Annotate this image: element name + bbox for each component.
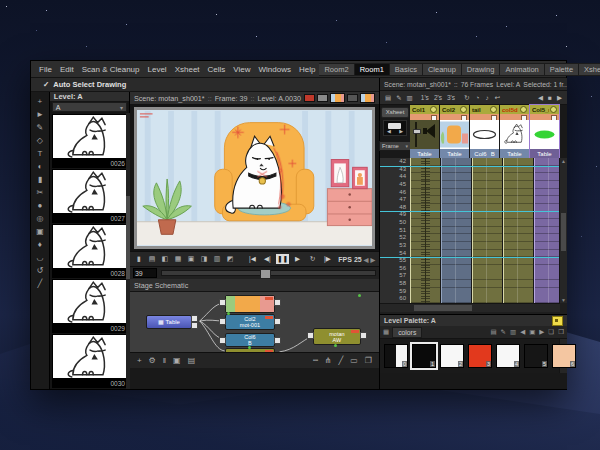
volume-slider[interactable]	[415, 122, 417, 147]
color-swatch[interactable]: 6	[552, 344, 576, 368]
palette-tool-icon[interactable]: ❐	[558, 328, 564, 336]
color-swatch[interactable]: 3	[468, 344, 492, 368]
viewer-option-icon[interactable]: ◨	[199, 255, 209, 263]
tape-tool-icon[interactable]: ✂	[34, 188, 46, 198]
column-parent[interactable]: Table	[500, 149, 529, 158]
xsheet-grid[interactable]: 42434445464748495051525354555657585960 ▲…	[380, 158, 567, 303]
playback-button[interactable]: ◀|	[261, 254, 274, 264]
menu-item[interactable]: Help	[295, 65, 319, 74]
cells-col2[interactable]	[441, 158, 471, 303]
node-port[interactable]	[274, 299, 281, 306]
preview-button[interactable]	[330, 93, 345, 103]
frame-slider[interactable]	[161, 270, 376, 276]
xsheet-playback-icon[interactable]: ↩	[494, 94, 501, 102]
key-icon[interactable]	[552, 316, 563, 326]
menu-item[interactable]: Xsheet	[171, 65, 204, 74]
xsheet-column-col2[interactable]: Col2 Table	[440, 105, 469, 158]
color-swatch[interactable]: 2	[440, 344, 464, 368]
level-frame-thumbnail[interactable]: 0027	[52, 169, 128, 223]
column-name[interactable]: col5d	[502, 107, 519, 113]
menu-item[interactable]: Scan & Cleanup	[78, 65, 144, 74]
schematic-tool-icon[interactable]: ▭	[350, 356, 358, 365]
cells-col1-sound[interactable]	[410, 158, 440, 303]
current-frame-input[interactable]	[133, 268, 157, 278]
room-tab[interactable]: Basics	[390, 63, 423, 76]
magnet-tool-icon[interactable]: ◡	[34, 253, 46, 263]
schematic-tool-icon[interactable]: ╱	[338, 356, 343, 365]
menu-item[interactable]: Level	[144, 65, 171, 74]
xsheet-row-number[interactable]: 51	[380, 227, 410, 235]
room-tab[interactable]: Room1	[355, 63, 390, 76]
schematic-tool-icon[interactable]: ┉	[313, 356, 318, 365]
xsheet-row-number[interactable]: 49	[380, 211, 410, 219]
column-thumbnail[interactable]	[470, 120, 499, 149]
schematic-tool-icon[interactable]: ‖	[163, 356, 166, 365]
rgb-picker-tool-icon[interactable]: ◎	[34, 214, 46, 224]
eraser-tool-icon[interactable]: ▮	[34, 175, 46, 185]
xsheet-row-number[interactable]: 54	[380, 250, 410, 258]
menu-item[interactable]: Cells	[204, 65, 230, 74]
prev-camera-icon[interactable]: ◀	[387, 128, 391, 134]
xsheet-row-number[interactable]: 57	[380, 272, 410, 280]
palette-tool-icon[interactable]: ❏	[548, 328, 554, 336]
viewer-option-icon[interactable]: ▣	[186, 255, 196, 263]
viewer-option-icon[interactable]: ▮	[134, 255, 144, 263]
node-port[interactable]	[274, 337, 281, 344]
palette-tool-icon[interactable]: ✎	[501, 328, 506, 336]
xsheet-row-number[interactable]: 44	[380, 173, 410, 181]
xsheet-vertical-scrollbar[interactable]: ▲▼	[559, 158, 567, 303]
column-parent[interactable]: Table	[440, 149, 469, 158]
viewer-option-icon[interactable]: ▦	[173, 255, 183, 263]
menu-item[interactable]: Windows	[255, 65, 295, 74]
xsheet-column-col5m[interactable]: Col5_m Table	[530, 105, 559, 158]
xsheet-playback-icon[interactable]: ♪	[484, 94, 489, 102]
node-port[interactable]	[191, 322, 198, 329]
sub-camera-button[interactable]	[347, 94, 358, 102]
geometric-tool-icon[interactable]: ◇	[34, 136, 46, 146]
playback-button[interactable]: |▶	[321, 254, 334, 264]
xsheet-row-number[interactable]: 53	[380, 242, 410, 250]
animate-tool-icon[interactable]: +	[34, 97, 46, 107]
column-parent[interactable]: Table	[410, 149, 439, 158]
room-tab[interactable]: Animation	[500, 63, 544, 76]
palette-tool-icon[interactable]: ▤	[490, 328, 496, 336]
xsheet-nav-icon[interactable]: ◀	[537, 94, 544, 102]
xsheet-playback-icon[interactable]: ↻	[463, 94, 470, 102]
fps-increment-icon[interactable]: ▶	[370, 256, 375, 263]
level-select-dropdown[interactable]: A ▾	[52, 102, 127, 112]
xsheet-column-col5d[interactable]: col5d Table	[500, 105, 529, 158]
schematic-tool-icon[interactable]: ⚙	[149, 356, 156, 365]
node-port[interactable]	[307, 332, 314, 339]
node-port[interactable]	[274, 318, 281, 325]
room-tab[interactable]: Drawing	[462, 63, 501, 76]
color-swatch[interactable]: 1	[412, 344, 436, 368]
xsheet-horizontal-scrollbar[interactable]	[380, 303, 560, 312]
menu-item[interactable]: Edit	[56, 65, 78, 74]
eye-toggle-icon[interactable]	[430, 106, 437, 113]
eye-toggle-icon[interactable]	[520, 106, 527, 113]
menu-item[interactable]: File	[35, 65, 56, 74]
palette-view-icon[interactable]: ▦	[383, 328, 389, 336]
selection-tool-icon[interactable]: ►	[34, 110, 46, 120]
column-name[interactable]: Col5_m	[532, 107, 549, 113]
cells-col5d[interactable]	[503, 158, 533, 303]
xsheet-row-number[interactable]: 42	[380, 158, 410, 166]
eye-toggle-icon[interactable]	[460, 106, 467, 113]
frame-drawing[interactable]	[52, 279, 128, 324]
xsheet-cell-icon[interactable]: ✎	[395, 94, 402, 102]
color-swatch[interactable]: 5	[524, 344, 548, 368]
fill-tool-icon[interactable]: ◐	[34, 162, 46, 172]
frame-drawing[interactable]	[52, 114, 128, 159]
xsheet-row-number[interactable]: 45	[380, 181, 410, 189]
xsheet-row-number[interactable]: 52	[380, 234, 410, 242]
schematic-tool-icon[interactable]: ❐	[365, 356, 372, 365]
column-parent[interactable]: Table	[530, 149, 559, 158]
playback-button[interactable]: ▶	[291, 254, 304, 264]
pinch-tool-icon[interactable]: ♦	[34, 240, 46, 250]
playback-button[interactable]: ❚❚	[276, 254, 289, 264]
room-tab[interactable]: Cleanup	[423, 63, 462, 76]
xsheet-column-tail[interactable]: tail Col6B	[470, 105, 499, 158]
xsheet-column-col1[interactable]: Col1 Table	[410, 105, 439, 158]
room-tab[interactable]: Room2	[319, 63, 354, 76]
xsheet-nav-icon[interactable]: ▶	[556, 94, 563, 102]
